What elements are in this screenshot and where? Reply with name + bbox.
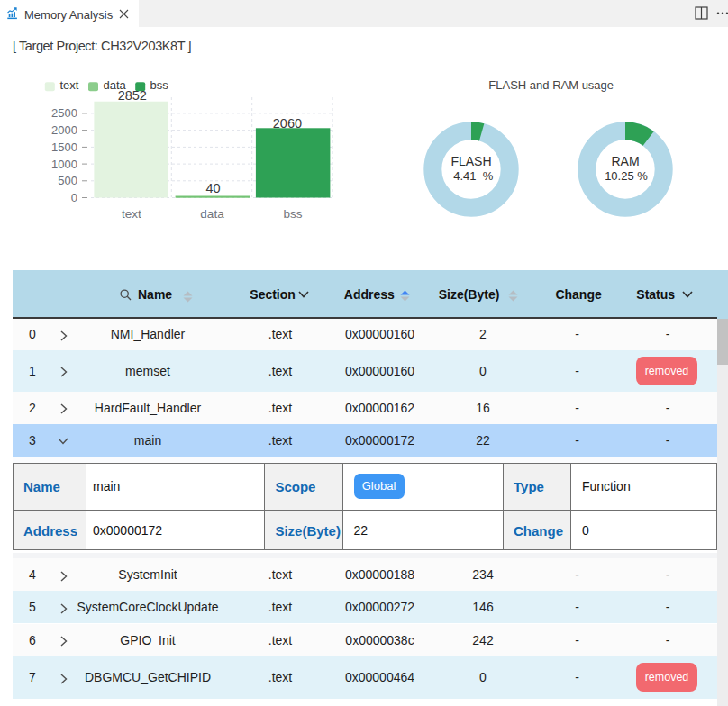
svg-text:4.41 %: 4.41 % xyxy=(453,169,494,183)
svg-text:500: 500 xyxy=(58,174,77,187)
svg-text:2000: 2000 xyxy=(51,123,77,137)
svg-text:RAM: RAM xyxy=(611,154,639,168)
svg-text:2500: 2500 xyxy=(51,106,77,120)
svg-text:bss: bss xyxy=(283,207,302,221)
svg-text:text: text xyxy=(60,78,79,92)
svg-text:40: 40 xyxy=(205,181,220,195)
svg-text:bss: bss xyxy=(150,78,169,92)
svg-text:2852: 2852 xyxy=(118,88,147,103)
svg-text:1500: 1500 xyxy=(51,140,77,154)
svg-text:text: text xyxy=(122,207,141,221)
svg-text:10.25 %: 10.25 % xyxy=(605,169,648,183)
svg-text:data: data xyxy=(200,207,224,221)
svg-text:0: 0 xyxy=(71,191,77,204)
svg-text:2060: 2060 xyxy=(273,116,302,131)
svg-text:1000: 1000 xyxy=(51,158,77,171)
svg-text:FLASH: FLASH xyxy=(450,154,491,168)
